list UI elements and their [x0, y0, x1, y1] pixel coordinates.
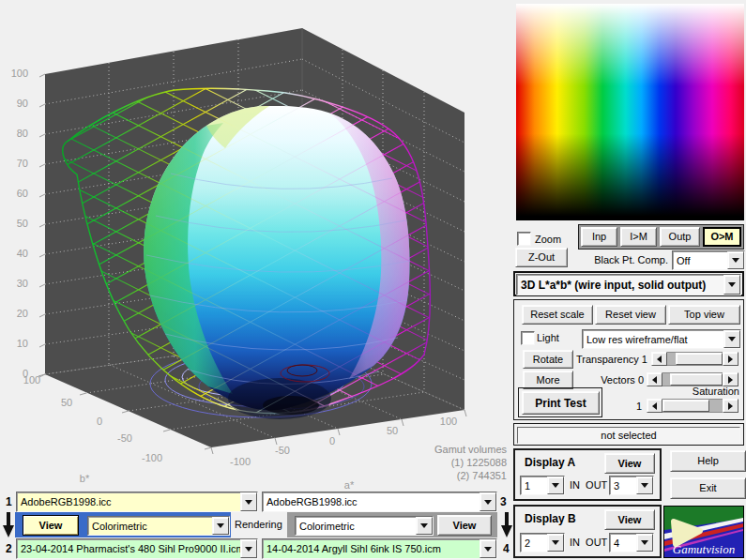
- l-tick: 100: [4, 68, 28, 79]
- l-tick: 40: [4, 248, 28, 259]
- a-tick: 0: [315, 435, 349, 446]
- display-a-out-value: 3: [610, 477, 636, 494]
- gamutvision-logo-image: Gamutvision: [664, 507, 743, 557]
- input-rendering-panel: View Colorimetric: [15, 512, 231, 537]
- rendering-intent-input-value: Colorimetric: [88, 517, 212, 535]
- profile-1-dropdown[interactable]: AdobeRGB1998.icc: [16, 492, 258, 512]
- transparency-slider-track[interactable]: [667, 352, 723, 366]
- zoom-checkbox-label: Zoom: [535, 234, 561, 245]
- display-a-view-button[interactable]: View: [604, 453, 655, 474]
- vectors-slider-thumb[interactable]: [670, 373, 723, 386]
- status-text: not selected: [601, 430, 656, 441]
- l-tick: 90: [4, 98, 28, 109]
- saturation-slider-thumb[interactable]: [662, 400, 709, 412]
- wireframe-mode-dropdown[interactable]: Low res wireframe/flat: [582, 329, 741, 349]
- gamut-volumes-title: Gamut volumes: [434, 443, 507, 456]
- display-b-in-dropdown[interactable]: 2: [520, 533, 565, 552]
- gamut-volumes: Gamut volumes (1) 1225088 (2) 744351: [434, 443, 507, 482]
- slider-left-arrow-icon[interactable]: [647, 372, 662, 386]
- reset-scale-button[interactable]: Reset scale: [522, 305, 593, 325]
- a-tick: 100: [432, 416, 465, 427]
- slider-right-arrow-icon[interactable]: [723, 399, 738, 413]
- zoom-checkbox-row: Zoom: [517, 232, 561, 246]
- chevron-down-icon[interactable]: [240, 492, 257, 511]
- b-axis-label: b*: [68, 473, 101, 484]
- more-button[interactable]: More: [523, 371, 573, 389]
- chevron-down-icon[interactable]: [480, 492, 496, 511]
- top-view-button[interactable]: Top view: [668, 305, 740, 325]
- black-pt-comp-label: Black Pt. Comp.: [563, 254, 668, 265]
- transparency-label: Transparency 1: [569, 354, 647, 365]
- zoom-checkbox[interactable]: [517, 232, 531, 246]
- light-checkbox[interactable]: [521, 331, 535, 345]
- o-to-m-button[interactable]: O>M: [703, 227, 741, 247]
- display-mode-value: 3D L*a*b* (wire input, solid output): [517, 275, 723, 295]
- chevron-down-icon[interactable]: [416, 517, 433, 535]
- display-a-title: Display A: [525, 456, 575, 469]
- display-mode-dropdown[interactable]: 3D L*a*b* (wire input, solid output): [516, 274, 741, 295]
- output-rendering-panel: Colorimetric View: [287, 512, 497, 537]
- saturation-slider-track[interactable]: [662, 399, 723, 413]
- slot-2-number: 2: [6, 542, 12, 555]
- display-b-in-value: 2: [521, 534, 547, 552]
- slider-left-arrow-icon[interactable]: [647, 399, 662, 413]
- view-input-button[interactable]: View: [23, 515, 79, 536]
- chevron-down-icon[interactable]: [727, 251, 744, 269]
- black-pt-comp-value: Off: [673, 251, 727, 269]
- display-b-view-button[interactable]: View: [604, 509, 655, 530]
- display-b-out-value: 4: [610, 534, 636, 552]
- display-a-inout-label: IN OUT: [570, 479, 607, 491]
- saturation-slider[interactable]: [647, 399, 738, 413]
- l-tick: 50: [4, 218, 28, 229]
- reset-view-button[interactable]: Reset view: [595, 305, 666, 325]
- profile-4-value: 14-04-2014 Argyll Sihl 6ink IS 750.icm: [263, 539, 480, 558]
- display-b-title: Display B: [525, 512, 576, 525]
- chevron-down-icon[interactable]: [636, 534, 653, 552]
- chevron-down-icon[interactable]: [547, 477, 564, 494]
- i-to-m-button[interactable]: I>M: [620, 227, 657, 247]
- vectors-slider-track[interactable]: [662, 372, 723, 386]
- slider-right-arrow-icon[interactable]: [723, 352, 738, 366]
- chevron-down-icon[interactable]: [212, 517, 229, 535]
- print-test-button[interactable]: Print Test: [522, 391, 600, 415]
- status-frame: not selected: [513, 423, 744, 446]
- chevron-down-icon[interactable]: [547, 534, 564, 552]
- slot-4-number: 4: [503, 542, 510, 555]
- slider-right-arrow-icon[interactable]: [723, 372, 738, 386]
- rendering-intent-input-dropdown[interactable]: Colorimetric: [87, 516, 230, 536]
- chevron-down-icon[interactable]: [723, 330, 740, 348]
- outp-button[interactable]: Outp: [660, 227, 700, 247]
- exit-button[interactable]: Exit: [670, 477, 746, 499]
- profile-2-dropdown[interactable]: 23-04-2014 Pharmacist's 480 Sihl Pro9000…: [16, 538, 258, 559]
- display-mode-frame: 3D L*a*b* (wire input, solid output): [513, 271, 744, 296]
- rendering-intent-output-dropdown[interactable]: Colorimetric: [295, 516, 434, 536]
- l-tick: 20: [4, 308, 28, 319]
- display-b-out-dropdown[interactable]: 4: [609, 533, 654, 552]
- profile-3-dropdown[interactable]: AdobeRGB1998.icc: [262, 492, 497, 512]
- view-options-group: Reset scale Reset view Top view Light Lo…: [513, 299, 744, 420]
- gamutvision-window: 100 90 80 70 60 50 40 30 20 10 0 100 50 …: [0, 0, 746, 560]
- help-button[interactable]: Help: [670, 450, 746, 472]
- z-out-button[interactable]: Z-Out: [515, 248, 568, 267]
- vectors-slider[interactable]: [647, 372, 738, 386]
- slider-left-arrow-icon[interactable]: [651, 352, 667, 366]
- vectors-label: Vectors 0: [578, 374, 644, 386]
- display-a-out-dropdown[interactable]: 3: [609, 476, 654, 495]
- print-test-frame: Print Test: [518, 387, 602, 417]
- black-pt-comp-dropdown[interactable]: Off: [672, 250, 745, 270]
- gamutvision-logo-text: Gamutvision: [673, 542, 735, 556]
- rotate-button[interactable]: Rotate: [523, 350, 573, 369]
- profile-4-dropdown[interactable]: 14-04-2014 Argyll Sihl 6ink IS 750.icm: [262, 538, 497, 559]
- transparency-slider-thumb[interactable]: [676, 353, 723, 365]
- down-arrow-icon: [501, 512, 512, 538]
- rendering-label: Rendering: [235, 519, 282, 530]
- chevron-down-icon[interactable]: [480, 539, 496, 558]
- chevron-down-icon[interactable]: [636, 477, 653, 494]
- view-output-button[interactable]: View: [437, 515, 492, 536]
- inp-button[interactable]: Inp: [581, 227, 617, 247]
- display-a-in-dropdown[interactable]: 1: [520, 476, 565, 495]
- b-tick: -100: [135, 452, 169, 463]
- chevron-down-icon[interactable]: [240, 539, 257, 558]
- transparency-slider[interactable]: [651, 352, 738, 366]
- chevron-down-icon[interactable]: [723, 275, 740, 295]
